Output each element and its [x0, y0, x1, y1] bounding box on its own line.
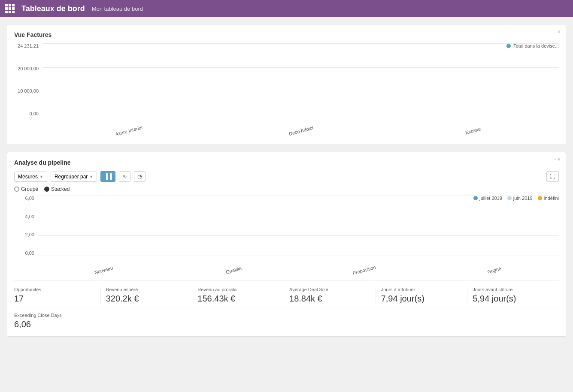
bar-label-proposition: Proposition: [352, 265, 376, 276]
bars-1: Azure Interior Deco Addict Exostar: [42, 43, 559, 116]
metric-value-2: 156.43k €: [197, 294, 279, 304]
card1-chart-area: Total dans la devise... 24 231,21 20 000…: [14, 43, 559, 138]
bar-label-deco: Deco Addict: [288, 125, 314, 136]
y-label-2-3: 0,00: [25, 250, 34, 256]
main-content: Vue Factures - × Total dans la devise...…: [0, 17, 573, 344]
top-nav: Tableaux de bord Mon tableau de bord: [0, 0, 573, 17]
stacked-radio-label: Stacked: [51, 186, 70, 192]
bar-label-azure: Azure Interior: [115, 124, 143, 137]
metric-jours-attribuer: Jours à attribuer 7,94 jour(s): [376, 287, 468, 304]
metric-label-0: Opportunités: [14, 287, 95, 292]
bar-label-exostar: Exostar: [465, 126, 482, 135]
pipeline-chart-area: juillet 2019 juin 2019 Indéfini 6,00 4,0…: [14, 196, 559, 277]
y-axis-2: 6,00 4,00 2,00 0,00: [14, 196, 38, 256]
y-label-1-2: 10 000,00: [18, 88, 39, 93]
exceeding-value: 6,06: [14, 320, 559, 329]
regrouper-button[interactable]: Regrouper par ▼: [51, 172, 97, 182]
bar-chart-1: 24 231,21 20 000,00 10 000,00 0,00: [14, 43, 559, 138]
metric-value-1: 320.2k €: [106, 294, 187, 304]
stacked-radio[interactable]: Stacked: [44, 186, 70, 192]
bars-2: Nouveau Qualifié: [38, 196, 559, 256]
app-title: Tableaux de bord: [21, 4, 85, 13]
exceeding-label: Exceeding Close Days: [14, 313, 559, 318]
bar-label-qualifie: Qualifié: [225, 265, 242, 274]
metric-value-4: 7,94 jour(s): [381, 294, 462, 304]
regrouper-label: Regrouper par: [55, 174, 88, 180]
bar-label-gagne: Gagné: [487, 266, 502, 274]
grouped-radio-label: Groupé: [21, 186, 38, 192]
card2-title: Analyse du pipeline: [14, 159, 559, 166]
chart-mode-group: Groupé Stacked: [14, 186, 559, 192]
grid-menu-icon[interactable]: [5, 4, 15, 13]
grouped-radio[interactable]: Groupé: [14, 186, 38, 192]
y-label-1-0: 24 231,21: [18, 43, 39, 48]
metric-label-2: Revenu au prorata: [197, 287, 279, 292]
metric-label-4: Jours à attribuer: [381, 287, 462, 292]
metric-label-5: Jours avant clôture: [473, 287, 554, 292]
metric-opportunites: Opportunités 17: [14, 287, 101, 304]
y-label-2-2: 2,00: [25, 232, 34, 237]
pipeline-toolbar: Mesures ▼ Regrouper par ▼ ▐▐ ∿ ◔ ⛶: [14, 171, 559, 182]
card1-title: Vue Factures: [14, 31, 559, 38]
exceeding-section: Exceeding Close Days 6,06: [14, 308, 559, 329]
y-axis-1: 24 231,21 20 000,00 10 000,00 0,00: [14, 43, 42, 116]
mesures-arrow: ▼: [39, 175, 43, 179]
metric-avg-deal: Average Deal Size 18.84k €: [284, 287, 376, 304]
nav-subtitle[interactable]: Mon tableau de bord: [92, 6, 143, 12]
card1-close[interactable]: - ×: [555, 29, 561, 35]
metric-revenu-prorata: Revenu au prorata 156.43k €: [192, 287, 284, 304]
pipeline-card: Analyse du pipeline - × Mesures ▼ Regrou…: [7, 152, 566, 337]
mesures-label: Mesures: [18, 174, 38, 180]
metric-value-3: 18.84k €: [289, 294, 370, 304]
card2-close[interactable]: - ×: [555, 157, 561, 163]
y-label-2-1: 4,00: [25, 214, 34, 219]
metrics-grid: Opportunités 17 Revenu espéré 320.2k € R…: [14, 280, 559, 304]
y-label-1-1: 20 000,00: [18, 66, 39, 71]
bar-label-nouveau: Nouveau: [94, 265, 113, 275]
bar-chart-type-btn[interactable]: ▐▐: [100, 171, 115, 182]
mesures-button[interactable]: Mesures ▼: [14, 172, 47, 182]
y-label-2-0: 6,00: [25, 196, 34, 201]
metric-revenu-espere: Revenu espéré 320.2k €: [101, 287, 193, 304]
vue-factures-card: Vue Factures - × Total dans la devise...…: [7, 24, 566, 145]
metric-value-0: 17: [14, 294, 95, 304]
y-label-1-3: 0,00: [30, 111, 39, 116]
metric-label-1: Revenu espéré: [106, 287, 187, 292]
fullscreen-btn[interactable]: ⛶: [546, 171, 559, 182]
metric-label-3: Average Deal Size: [289, 287, 370, 292]
pie-chart-type-btn[interactable]: ◔: [134, 171, 146, 182]
bar-chart-2: 6,00 4,00 2,00 0,00 No: [14, 196, 559, 277]
stacked-radio-circle: [44, 187, 49, 192]
regrouper-arrow: ▼: [89, 175, 93, 179]
grid-line: [38, 256, 559, 256]
metric-jours-cloture: Jours avant clôture 5,94 jour(s): [467, 287, 559, 304]
line-chart-type-btn[interactable]: ∿: [119, 171, 130, 182]
metric-value-5: 5,94 jour(s): [473, 294, 554, 304]
grouped-radio-circle: [14, 187, 19, 192]
